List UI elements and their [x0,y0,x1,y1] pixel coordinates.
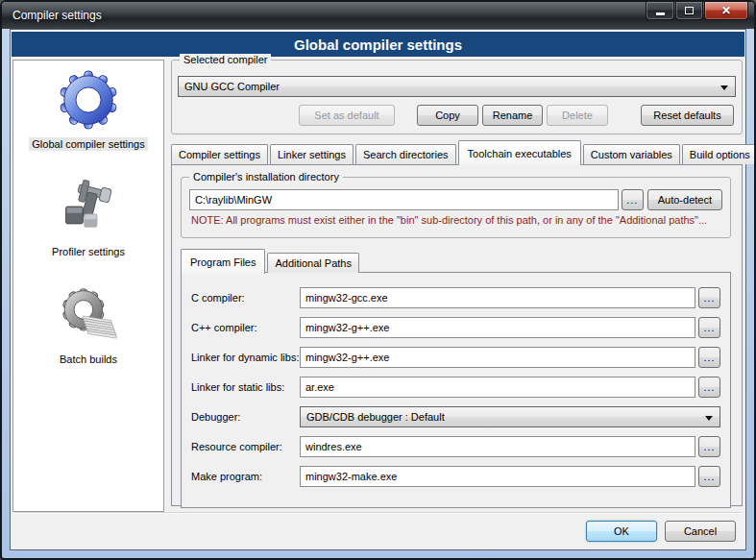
compiler-select[interactable]: GNU GCC Compiler [178,76,736,97]
subtab-program-files[interactable]: Program Files [181,249,265,274]
form-row-debugger: Debugger: GDB/CDB debugger : Default [191,406,720,427]
make-program-input[interactable] [300,466,695,487]
page-title: Global compiler settings [294,37,462,53]
dialog-footer: OK Cancel [586,521,736,542]
form-row-dynamic-linker: Linker for dynamic libs: ... [191,347,720,368]
restore-icon [685,7,694,14]
cancel-button[interactable]: Cancel [665,521,736,542]
settings-sidebar: Global compiler settings [12,60,164,512]
chevron-down-icon [705,416,713,421]
toolchain-executables-page: Compiler's installation directory ... Au… [171,164,743,506]
installation-directory-browse-button[interactable]: ... [622,189,644,210]
window-title: Compiler settings [12,9,102,22]
tab-custom-variables[interactable]: Custom variables [583,144,680,164]
delete-button[interactable]: Delete [547,105,608,126]
tab-toolchain-executables[interactable]: Toolchain executables [458,140,581,165]
sidebar-item-batch-builds[interactable]: Batch builds [57,283,120,366]
ok-button[interactable]: OK [586,521,657,542]
sidebar-item-profiler-settings[interactable]: Profiler settings [49,176,128,258]
sidebar-item-global-compiler-settings[interactable]: Global compiler settings [29,68,147,151]
caliper-icon [58,176,119,239]
chevron-down-icon [720,85,728,90]
field-label: C++ compiler: [191,322,300,333]
form-row-cpp-compiler: C++ compiler: ... [191,317,720,338]
field-label: C compiler: [191,292,300,304]
c-compiler-browse-button[interactable]: ... [698,287,720,308]
gray-gear-stack-icon [58,283,119,347]
restore-button[interactable] [675,2,703,20]
rename-button[interactable]: Rename [482,105,543,126]
static-linker-input[interactable] [300,377,695,398]
blue-gear-icon [58,68,119,132]
footer-separator [14,512,742,514]
selected-compiler-group: Selected compiler GNU GCC Compiler Set a… [171,60,743,134]
dynamic-linker-browse-button[interactable]: ... [698,347,720,368]
selected-compiler-group-label: Selected compiler [180,54,271,65]
installation-note: NOTE: All programs must exist either in … [191,214,720,226]
field-label: Resource compiler: [191,441,300,452]
dynamic-linker-input[interactable] [300,347,695,368]
auto-detect-button[interactable]: Auto-detect [647,189,722,210]
static-linker-browse-button[interactable]: ... [698,377,720,398]
form-row-c-compiler: C compiler: ... [191,287,720,308]
subtab-additional-paths[interactable]: Additional Paths [267,253,359,273]
titlebar[interactable]: Compiler settings ✕ [2,2,754,29]
main-panel: Selected compiler GNU GCC Compiler Set a… [171,60,743,506]
close-button[interactable]: ✕ [704,2,748,20]
program-files-tabbar: Program Files Additional Paths [181,250,731,273]
cpp-compiler-input[interactable] [300,317,695,338]
form-row-static-linker: Linker for static libs: ... [191,377,720,398]
copy-button[interactable]: Copy [417,105,478,126]
field-label: Make program: [191,471,300,482]
sidebar-item-label: Batch builds [57,353,120,366]
cpp-compiler-browse-button[interactable]: ... [698,317,720,338]
c-compiler-input[interactable] [300,287,695,308]
dialog-client-area: Global compiler settings [10,29,746,550]
window-controls: ✕ [645,2,748,20]
installation-directory-input[interactable] [189,189,619,210]
compiler-settings-window: Compiler settings ✕ Global compiler sett… [0,0,756,560]
field-label: Linker for dynamic libs: [191,352,300,363]
tab-compiler-settings[interactable]: Compiler settings [171,144,268,164]
resource-compiler-browse-button[interactable]: ... [698,436,720,457]
tab-build-options[interactable]: Build options [682,144,756,164]
tab-linker-settings[interactable]: Linker settings [270,144,354,164]
close-icon: ✕ [721,5,731,16]
installation-directory-group-label: Compiler's installation directory [189,171,343,183]
form-row-resource-compiler: Resource compiler: ... [191,436,720,457]
settings-tabbar: Compiler settings Linker settings Search… [171,139,743,164]
resource-compiler-input[interactable] [300,436,695,457]
reset-defaults-button[interactable]: Reset defaults [641,105,734,126]
page-header: Global compiler settings [12,32,744,57]
installation-directory-group: Compiler's installation directory ... Au… [181,177,731,238]
field-label: Linker for static libs: [191,381,300,393]
field-label: Debugger: [191,411,300,423]
compiler-actions: Set as default Copy Rename Delete Reset … [178,105,736,126]
sidebar-item-label: Profiler settings [49,245,128,258]
debugger-select[interactable]: GDB/CDB debugger : Default [300,406,720,427]
set-as-default-button[interactable]: Set as default [299,105,395,126]
form-row-make-program: Make program: ... [191,466,720,487]
sidebar-item-label: Global compiler settings [29,137,147,151]
minimize-button[interactable] [646,2,674,20]
compiler-select-value: GNU GCC Compiler [184,81,280,92]
tab-search-directories[interactable]: Search directories [355,144,456,164]
minimize-icon [656,12,665,15]
make-program-browse-button[interactable]: ... [698,466,720,487]
program-files-panel: C compiler: ... C++ compiler: ... Linker… [181,272,731,508]
debugger-select-value: GDB/CDB debugger : Default [306,411,445,423]
